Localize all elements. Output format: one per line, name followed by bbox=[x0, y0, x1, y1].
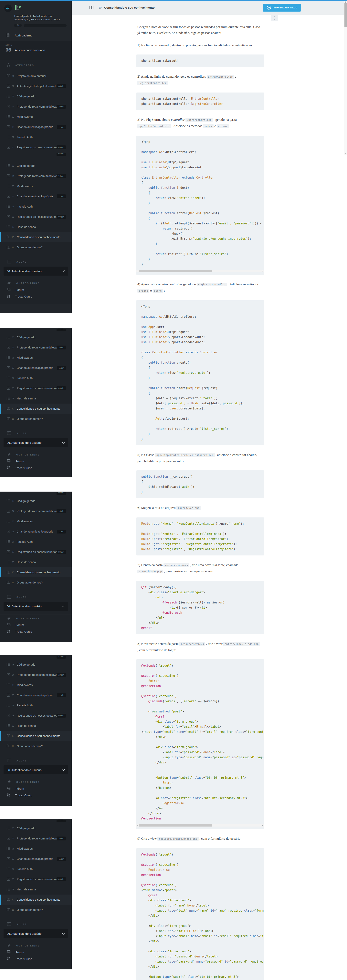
scroll-left-arrow[interactable] bbox=[137, 270, 138, 272]
sidebar-item-03[interactable]: 03Código gerado bbox=[0, 91, 72, 102]
horizontal-scrollbar[interactable] bbox=[136, 270, 264, 272]
sidebar-item-09[interactable]: 09Hash de senha bbox=[0, 393, 72, 404]
sidebar-item-11[interactable]: 11O que aprendemos? bbox=[0, 414, 72, 424]
sidebar-link-trocar-curso[interactable]: Trocar Curso bbox=[0, 792, 72, 799]
drag-handle[interactable] bbox=[271, 15, 278, 21]
stitch-seam: 04min bbox=[0, 492, 72, 496]
sidebar-item-number: 07 bbox=[12, 205, 15, 208]
next-activity-button[interactable]: PRÓXIMA ATIVIDADE bbox=[263, 4, 301, 11]
sidebar-item-07[interactable]: 07Facade Auth bbox=[0, 373, 72, 383]
sidebar-item-10[interactable]: 10Consolidando o seu conhecimento bbox=[0, 404, 72, 414]
scroll-down-arrow[interactable] bbox=[345, 153, 346, 154]
sidebar-item-07[interactable]: 07Facade Auth bbox=[0, 132, 72, 142]
sidebar-link-trocar-curso[interactable]: Trocar Curso bbox=[0, 956, 72, 962]
sidebar-item-05[interactable]: 05Middlewares bbox=[0, 516, 72, 527]
sidebar-item-07[interactable]: 07Facade Auth bbox=[0, 864, 72, 874]
sidebar-item-06[interactable]: 06Criando autenticação própria11min bbox=[0, 363, 72, 373]
sidebar-item-08[interactable]: 08Registrando os nossos usuários09min bbox=[0, 711, 72, 721]
scroll-up-arrow[interactable] bbox=[345, 2, 346, 3]
sidebar-link-forum[interactable]: Fórum bbox=[0, 622, 72, 628]
code-line: </div> bbox=[141, 620, 264, 625]
code-line: </div> bbox=[141, 734, 264, 740]
lesson-dropdown[interactable]: 06. Autenticando o usuário bbox=[3, 438, 68, 447]
scrollbar-thumb[interactable] bbox=[344, 3, 347, 27]
sidebar-item-05[interactable]: 05Middlewares bbox=[0, 353, 72, 363]
sidebar-item-08[interactable]: 08Registrando os nossos usuários09min bbox=[0, 547, 72, 557]
sidebar-item-10[interactable]: 10Consolidando o seu conhecimento bbox=[0, 567, 72, 578]
sidebar-item-number: 11 bbox=[12, 581, 15, 584]
code-line: <input type="text" name="name" id="name"… bbox=[141, 908, 264, 913]
hscrollbar-thumb[interactable] bbox=[139, 270, 212, 272]
sidebar-item-09[interactable]: 09Hash de senha bbox=[0, 557, 72, 567]
chat-icon bbox=[7, 786, 11, 791]
sidebar-link-trocar-curso[interactable]: Trocar Curso bbox=[0, 293, 72, 300]
sidebar-item-11[interactable]: 11O que aprendemos? bbox=[0, 242, 72, 253]
video-icon bbox=[6, 509, 10, 513]
sidebar-item-07[interactable]: 07Facade Auth bbox=[0, 700, 72, 711]
sidebar-item-07[interactable]: 07Facade Auth bbox=[0, 537, 72, 547]
sidebar-item-08[interactable]: 08Registrando os nossos usuários09min bbox=[0, 142, 72, 153]
scroll-left-arrow[interactable] bbox=[137, 825, 138, 826]
sidebar-item-04[interactable]: 04Protegendo rotas com middleware10min bbox=[0, 342, 72, 353]
sidebar-item-05[interactable]: 05Middlewares bbox=[0, 112, 72, 122]
lesson-dropdown[interactable]: 06. Autenticando o usuário bbox=[3, 929, 68, 938]
sidebar-item-04[interactable]: 04Protegendo rotas com middleware10min bbox=[0, 171, 72, 181]
sidebar-link-trocar-curso[interactable]: Trocar Curso bbox=[0, 628, 72, 635]
sidebar-item-10[interactable]: 10Consolidando o seu conhecimento bbox=[0, 731, 72, 741]
sidebar-link-forum[interactable]: Fórum bbox=[0, 458, 72, 465]
sidebar-link-trocar-curso[interactable]: Trocar Curso bbox=[0, 465, 72, 471]
sidebar-item-03[interactable]: 03Código gerado bbox=[0, 496, 72, 506]
sidebar-item-11[interactable]: 11O que aprendemos? bbox=[0, 578, 72, 588]
sidebar-link-forum[interactable]: Fórum bbox=[0, 286, 72, 293]
sidebar-item-10[interactable]: 10Consolidando o seu conhecimento bbox=[0, 232, 72, 242]
code-line: public function create() bbox=[141, 360, 264, 365]
sidebar-item-09[interactable]: 09Hash de senha bbox=[0, 222, 72, 232]
sidebar-item-06[interactable]: 06Criando autenticação própria11min bbox=[0, 191, 72, 202]
sidebar-item-06[interactable]: 06Criando autenticação própria11min bbox=[0, 854, 72, 864]
sidebar-item-02[interactable]: 02Autenticação feita pelo Laravel04min bbox=[0, 81, 72, 91]
grid-icon bbox=[7, 794, 10, 797]
sidebar-item-11[interactable]: 11O que aprendemos? bbox=[0, 905, 72, 915]
hscrollbar-thumb[interactable] bbox=[139, 824, 212, 827]
sidebar-item-03[interactable]: 03Código gerado bbox=[0, 332, 72, 342]
sidebar-item-06[interactable]: 06Criando autenticação própria11min bbox=[0, 122, 72, 132]
scroll-right-arrow[interactable] bbox=[262, 825, 263, 826]
sidebar-item-05[interactable]: 05Middlewares bbox=[0, 843, 72, 854]
open-notebook-button[interactable]: Abrir caderno bbox=[0, 30, 72, 41]
link-icon bbox=[7, 453, 11, 457]
horizontal-scrollbar[interactable] bbox=[136, 824, 264, 827]
collapse-sidebar-button[interactable] bbox=[4, 5, 12, 12]
duration-badge: 10min bbox=[56, 837, 66, 840]
scroll-right-arrow[interactable] bbox=[262, 270, 263, 272]
sidebar-item-08[interactable]: 08Registrando os nossos usuários09min bbox=[0, 874, 72, 885]
sidebar-item-11[interactable]: 11O que aprendemos? bbox=[0, 741, 72, 751]
sidebar-item-09[interactable]: 09Hash de senha bbox=[0, 885, 72, 894]
duration-badge: 04min bbox=[56, 84, 66, 88]
sidebar-item-04[interactable]: 04Protegendo rotas com middleware10min bbox=[0, 506, 72, 516]
sidebar-item-04[interactable]: 04Protegendo rotas com middleware10min bbox=[0, 102, 72, 112]
sidebar-item-03[interactable]: 03Código gerado bbox=[0, 823, 72, 834]
sidebar-item-06[interactable]: 06Criando autenticação própria11min bbox=[0, 690, 72, 700]
sidebar-item-03[interactable]: 03Código gerado bbox=[0, 161, 72, 171]
sidebar-item-number: 01 bbox=[12, 75, 15, 77]
sidebar-item-07[interactable]: 07Facade Auth bbox=[0, 202, 72, 212]
sidebar-item-06[interactable]: 06Criando autenticação própria11min bbox=[0, 527, 72, 537]
sidebar-link-forum[interactable]: Fórum bbox=[0, 949, 72, 956]
lesson-dropdown[interactable]: 06. Autenticando o usuário bbox=[3, 602, 68, 611]
lesson-dropdown[interactable]: 06. Autenticando o usuário bbox=[3, 267, 68, 275]
sidebar-item-05[interactable]: 05Middlewares bbox=[0, 181, 72, 191]
sidebar-item-10[interactable]: 10Consolidando o seu conhecimento bbox=[0, 894, 72, 905]
sidebar-item-05[interactable]: 05Middlewares bbox=[0, 680, 72, 690]
sidebar-item-08[interactable]: 08Registrando os nossos usuários09min bbox=[0, 212, 72, 222]
sidebar-link-forum[interactable]: Fórum bbox=[0, 785, 72, 792]
vertical-scrollbar[interactable] bbox=[344, 1, 347, 155]
sidebar-item-04[interactable]: 04Protegendo rotas com middleware10min bbox=[0, 670, 72, 680]
sidebar-item-04[interactable]: 04Protegendo rotas com middleware10min bbox=[0, 834, 72, 843]
lesson-dropdown[interactable]: 06. Autenticando o usuário bbox=[3, 765, 68, 775]
sidebar-item-03[interactable]: 03Código gerado bbox=[0, 660, 72, 670]
sidebar-item-09[interactable]: 09Hash de senha bbox=[0, 721, 72, 731]
code-line: use App\User; bbox=[141, 325, 264, 329]
sidebar-item-08[interactable]: 08Registrando os nossos usuários09min bbox=[0, 383, 72, 393]
duration-badge: 09min bbox=[56, 215, 66, 219]
sidebar-item-01[interactable]: 01Projeto da aula anterior bbox=[0, 71, 72, 81]
